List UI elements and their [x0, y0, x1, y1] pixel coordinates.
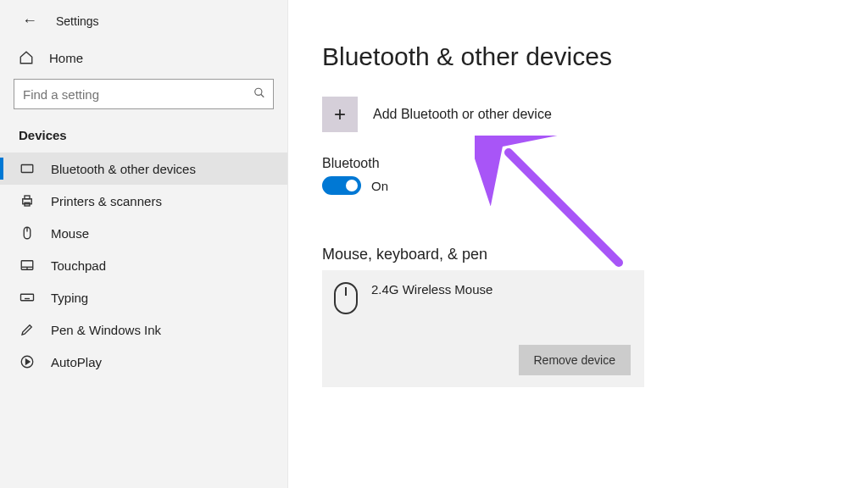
remove-row: Remove device — [334, 345, 631, 375]
sidebar-item-typing[interactable]: Typing — [0, 281, 287, 313]
svg-rect-2 — [21, 165, 33, 173]
settings-label: Settings — [56, 14, 99, 28]
back-arrow-icon[interactable]: ← — [22, 12, 37, 30]
search-icon — [253, 87, 265, 102]
mouse-icon — [19, 225, 36, 241]
sidebar-item-mouse[interactable]: Mouse — [0, 217, 287, 249]
svg-line-1 — [261, 94, 264, 97]
svg-marker-18 — [26, 359, 31, 364]
bluetooth-section-label: Bluetooth — [322, 156, 834, 171]
sidebar-item-bluetooth[interactable]: Bluetooth & other devices — [0, 152, 287, 185]
sidebar-item-printers[interactable]: Printers & scanners — [0, 185, 287, 217]
sidebar-item-label: AutoPlay — [51, 355, 102, 369]
sidebar-item-label: Printers & scanners — [51, 194, 162, 208]
device-group-title: Mouse, keyboard, & pen — [322, 246, 834, 263]
sidebar-item-autoplay[interactable]: AutoPlay — [0, 346, 287, 378]
header-row: ← Settings — [0, 7, 287, 43]
add-device-label: Add Bluetooth or other device — [373, 107, 552, 122]
sidebar: ← Settings Home Devices Bluetooth & othe… — [0, 0, 288, 488]
touchpad-icon — [19, 258, 36, 273]
mouse-device-icon — [334, 282, 358, 314]
search-input[interactable] — [14, 79, 274, 109]
sidebar-item-label: Bluetooth & other devices — [51, 162, 196, 176]
home-label: Home — [49, 51, 83, 65]
autoplay-icon — [19, 354, 36, 369]
svg-point-0 — [255, 88, 262, 95]
search-wrap — [14, 79, 274, 109]
device-name: 2.4G Wireless Mouse — [371, 282, 492, 297]
printer-icon — [19, 193, 36, 208]
bluetooth-toggle[interactable]: On — [322, 176, 834, 195]
rectangle-icon — [19, 161, 36, 176]
home-icon — [19, 50, 34, 65]
sidebar-item-pen[interactable]: Pen & Windows Ink — [0, 313, 287, 346]
sidebar-item-label: Mouse — [51, 226, 89, 241]
sidebar-item-label: Pen & Windows Ink — [51, 323, 161, 337]
pen-icon — [19, 322, 36, 337]
sidebar-item-label: Typing — [51, 291, 88, 305]
sidebar-item-label: Touchpad — [51, 258, 106, 273]
svg-rect-4 — [25, 196, 30, 199]
toggle-state-label: On — [371, 179, 388, 193]
toggle-switch-icon — [322, 176, 361, 195]
main-content: Bluetooth & other devices + Add Bluetoot… — [288, 0, 868, 488]
device-card[interactable]: 2.4G Wireless Mouse Remove device — [322, 270, 644, 387]
category-title: Devices — [0, 121, 287, 152]
device-top: 2.4G Wireless Mouse — [334, 282, 631, 314]
keyboard-icon — [19, 290, 36, 305]
svg-rect-11 — [21, 294, 34, 301]
add-device-button[interactable]: + Add Bluetooth or other device — [322, 97, 834, 132]
plus-icon: + — [322, 97, 358, 132]
sidebar-item-touchpad[interactable]: Touchpad — [0, 249, 287, 281]
page-title: Bluetooth & other devices — [322, 42, 834, 71]
remove-device-button[interactable]: Remove device — [519, 345, 632, 375]
sidebar-item-home[interactable]: Home — [0, 43, 287, 75]
